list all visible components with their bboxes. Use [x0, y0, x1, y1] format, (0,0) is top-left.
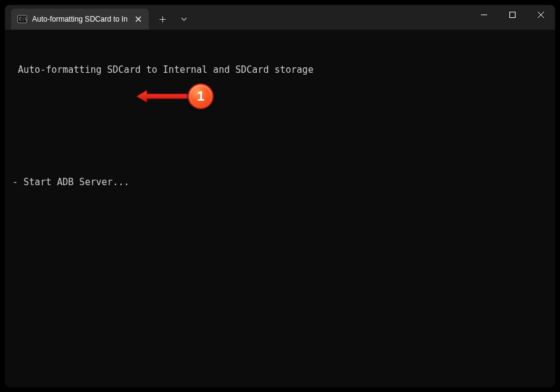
- window-frame: C:\ Auto-formatting SDCard to In: [0, 0, 560, 392]
- svg-rect-2: [510, 12, 516, 18]
- window-controls: [470, 5, 555, 25]
- terminal-tab[interactable]: C:\ Auto-formatting SDCard to In: [11, 9, 149, 30]
- cmd-icon: C:\: [17, 14, 27, 24]
- minimize-button[interactable]: [470, 5, 498, 25]
- inner-window: C:\ Auto-formatting SDCard to In: [5, 5, 555, 387]
- terminal-blank-line: [12, 101, 548, 113]
- new-tab-button[interactable]: [153, 10, 173, 28]
- terminal-line-1: Auto-formatting SDCard to Internal and S…: [12, 64, 548, 76]
- maximize-button[interactable]: [498, 5, 527, 25]
- terminal-content[interactable]: Auto-formatting SDCard to Internal and S…: [5, 30, 555, 387]
- tab-dropdown-button[interactable]: [173, 10, 194, 28]
- terminal-line-2: - Start ADB Server...: [12, 176, 548, 188]
- close-button[interactable]: [527, 5, 555, 25]
- title-bar: C:\ Auto-formatting SDCard to In: [5, 5, 555, 30]
- tab-close-button[interactable]: [133, 14, 144, 25]
- tab-title: Auto-formatting SDCard to In: [32, 15, 128, 23]
- tab-actions: [153, 9, 194, 30]
- svg-text:C:\: C:\: [19, 17, 27, 22]
- terminal-blank-line: [12, 138, 548, 151]
